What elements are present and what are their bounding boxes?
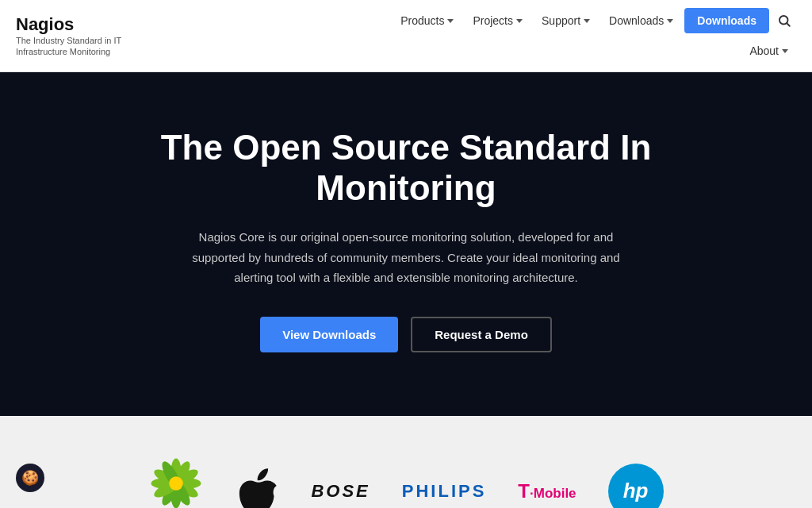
nav-label-products: Products xyxy=(400,14,444,27)
header-nav-wrapper: Products Projects Support Downloads Down… xyxy=(182,0,796,71)
nav-item-projects[interactable]: Projects xyxy=(465,8,530,33)
chevron-down-icon xyxy=(782,49,788,53)
apple-icon xyxy=(236,465,279,508)
cookie-icon: 🍪 xyxy=(21,469,39,487)
nav-label-downloads: Downloads xyxy=(609,14,664,27)
hero-title: The Open Source Standard In Monitoring xyxy=(152,128,660,208)
logo-hp: hp xyxy=(608,464,664,508)
hp-circle-icon: hp xyxy=(608,464,664,508)
logo-bose: BOSE xyxy=(311,481,370,502)
philips-text: PHILIPS xyxy=(402,481,487,502)
site-logo-tagline: The Industry Standard in IT Infrastructu… xyxy=(16,35,159,58)
hero-buttons: View Downloads Request a Demo xyxy=(16,317,796,352)
chevron-down-icon xyxy=(516,19,523,23)
svg-line-1 xyxy=(787,23,789,25)
nav-item-support[interactable]: Support xyxy=(534,8,598,33)
nav-item-downloads[interactable]: Downloads xyxy=(601,8,681,33)
site-logo-name[interactable]: Nagios xyxy=(16,14,159,35)
downloads-button[interactable]: Downloads xyxy=(684,8,769,33)
chevron-down-icon xyxy=(667,19,673,23)
hero-description: Nagios Core is our original open-source … xyxy=(176,227,636,288)
search-icon xyxy=(777,13,791,28)
bose-text: BOSE xyxy=(311,481,370,502)
tmobile-text: T·Mobile xyxy=(518,480,576,502)
logo-block[interactable]: Nagios The Industry Standard in IT Infra… xyxy=(16,14,159,58)
nav-row-bottom: About xyxy=(182,38,796,71)
nav-item-products[interactable]: Products xyxy=(393,8,462,33)
nav-item-about[interactable]: About xyxy=(741,38,796,64)
view-downloads-button[interactable]: View Downloads xyxy=(260,317,398,352)
logo-apple xyxy=(236,465,279,508)
bp-sunburst-icon xyxy=(148,456,204,508)
chevron-down-icon xyxy=(447,19,454,23)
logo-bp: bp xyxy=(148,456,204,508)
nav-row-top: Products Projects Support Downloads Down… xyxy=(182,0,796,38)
logos-row: bp BOSE PHILIPS T·Mobile hp xyxy=(16,456,796,508)
nav-label-support: Support xyxy=(542,14,580,27)
hero-section: The Open Source Standard In Monitoring N… xyxy=(0,72,812,416)
nav-label-about: About xyxy=(749,44,779,57)
nav-label-projects: Projects xyxy=(473,14,513,27)
logo-tmobile: T·Mobile xyxy=(518,480,576,502)
logo-philips: PHILIPS xyxy=(402,481,487,502)
logos-section: bp BOSE PHILIPS T·Mobile hp Over 10,00 xyxy=(0,416,812,508)
chevron-down-icon xyxy=(584,19,590,23)
svg-point-14 xyxy=(170,476,184,491)
search-button[interactable] xyxy=(772,9,796,33)
request-demo-button[interactable]: Request a Demo xyxy=(411,317,552,352)
cookie-settings-button[interactable]: 🍪 xyxy=(16,464,44,492)
site-header: Nagios The Industry Standard in IT Infra… xyxy=(0,0,812,72)
